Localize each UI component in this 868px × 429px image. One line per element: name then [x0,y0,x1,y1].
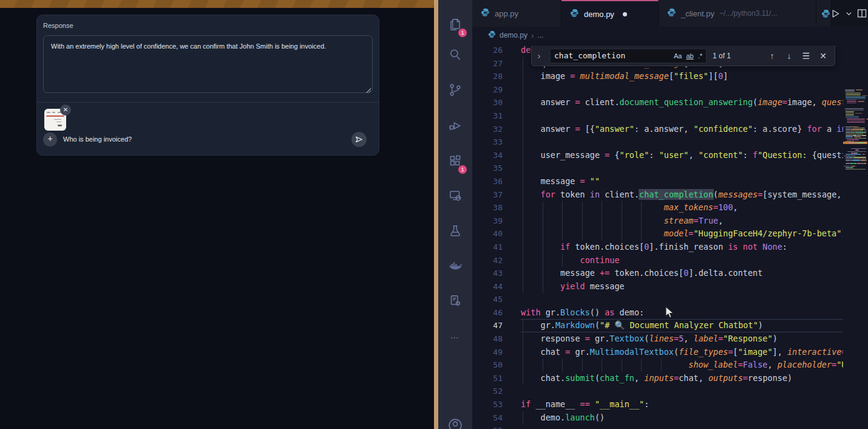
account-icon[interactable] [438,413,472,429]
vscode-window: 1 1 [438,0,868,429]
breadcrumb-separator: › [531,31,534,40]
python-file-icon [481,8,490,19]
find-in-selection-button[interactable]: ☰ [801,51,812,61]
regex-button[interactable]: .* [698,52,702,60]
search-icon[interactable] [438,43,472,67]
find-input[interactable]: chat_completion Aa ab .* [550,49,707,63]
editor-group: app.py demo.py _client.py ~/.../python3.… [472,0,868,429]
card-divider [37,102,379,103]
breadcrumb: demo.py › ... [472,27,868,44]
split-editor-icon[interactable] [857,9,867,18]
code-line[interactable]: 42 continue [472,254,843,267]
pane-divider-handle[interactable] [434,0,438,429]
modified-dot-icon[interactable] [623,12,627,16]
code-line[interactable]: 46with gr.Blocks() as demo: [472,306,843,320]
send-button[interactable] [351,132,367,147]
code-line[interactable]: 31 [472,109,843,123]
breadcrumb-symbol[interactable]: ... [537,31,543,39]
response-label: Response [43,22,73,29]
code-line[interactable]: 28 image = multimodal_message["files"][0… [472,70,843,83]
python-file-icon [667,8,676,19]
extensions-badge: 1 [458,165,467,174]
code-line[interactable]: 49 chat = gr.MultimodalTextbox(file_type… [472,346,843,359]
chat-message-text[interactable]: Who is being invoiced? [63,136,132,143]
minimap[interactable] [843,88,867,429]
testing-flask-icon[interactable] [438,219,472,243]
code-line[interactable]: 29 [472,83,843,97]
code-line[interactable]: 39 stream=True, [472,214,843,228]
code-line[interactable]: 54 demo.launch() [472,411,843,425]
run-python-file-button[interactable] [830,9,841,19]
breadcrumb-file[interactable]: demo.py [500,31,527,39]
close-find-button[interactable]: ✕ [818,51,829,61]
find-query-text[interactable]: chat_completion [554,51,670,60]
source-control-icon[interactable] [438,78,472,102]
code-editor[interactable]: 26def chat_fn(multimodal_message):27 que… [472,44,868,429]
code-line[interactable]: 40 model="HuggingFaceH4/zephyr-7b-beta")… [472,227,843,241]
code-line[interactable]: 53if __name__ == "__main__": [472,398,843,411]
code-line[interactable]: 34 user_message = {"role": "user", "cont… [472,149,843,162]
more-actions-icon[interactable]: ⋯ [438,325,472,349]
dev-tools-icon[interactable] [438,289,472,313]
run-debug-icon[interactable] [438,114,472,138]
remove-attachment-button[interactable]: ✕ [60,105,71,115]
code-line[interactable]: 37 for token in client.chat_completion(m… [472,188,843,202]
code-line[interactable]: 44 yield message [472,280,843,293]
tab-demo-py[interactable]: demo.py [561,0,659,27]
python-file-icon [570,9,579,20]
window-titlebar-stripe [0,0,434,8]
code-line[interactable]: 33 [472,136,843,149]
code-line[interactable]: 55 [472,424,843,429]
tab-label: _client.py [681,9,714,18]
code-line[interactable]: 52 [472,385,843,398]
find-toggle-chevron-icon[interactable]: › [534,50,544,61]
tab-description: ~/.../python3.11/... [719,9,778,18]
next-match-button[interactable]: ↓ [784,51,795,61]
code-line[interactable]: 48 response = gr.Textbox(lines=5, label=… [472,332,843,346]
code-line[interactable]: 38 max_tokens=100, [472,201,843,214]
gradio-app-pane: Response ✕ + Who is being invoiced? [0,0,434,429]
extensions-icon[interactable]: 1 [438,149,472,173]
code-line[interactable]: 51 chat.submit(chat_fn, inputs=chat, out… [472,372,843,385]
whole-word-button[interactable]: ab [686,52,693,60]
previous-match-button[interactable]: ↑ [767,51,778,61]
tab-bar: app.py demo.py _client.py ~/.../python3.… [472,0,868,27]
chat-input-row: + Who is being invoiced? [43,132,373,148]
gradio-card: Response ✕ + Who is being invoiced? [36,15,379,156]
find-results-count: 1 of 1 [713,52,731,60]
tab-label: demo.py [584,10,614,19]
tab-label: app.py [495,9,518,18]
code-line[interactable]: 36 message = "" [472,175,843,188]
add-file-button[interactable]: + [43,132,57,146]
python-file-icon [488,30,496,40]
code-line[interactable]: 41 if token.choices[0].finish_reason is … [472,241,843,254]
code-line[interactable]: 32 answer = [{"answer": a.answer, "confi… [472,123,843,136]
response-textarea[interactable] [43,35,373,93]
docker-icon[interactable] [438,253,472,278]
code-line[interactable]: 30 answer = client.document_question_ans… [472,96,843,109]
tab-client-py[interactable]: _client.py ~/.../python3.11/... [659,0,816,27]
tab-app-py[interactable]: app.py [472,0,561,27]
explorer-badge: 1 [458,29,467,37]
code-line[interactable]: 47 gr.Markdown("# 🔍 Document Analyzer Ch… [472,319,843,332]
code-line[interactable]: 43 message += token.choices[0].delta.con… [472,267,843,280]
activity-bar: 1 1 [438,0,472,429]
explorer-icon[interactable]: 1 [438,12,472,36]
code-line[interactable]: 50 show_label=False, placeholder="Upload… [472,359,843,372]
remote-explorer-icon[interactable] [438,184,472,208]
code-line[interactable]: 35 [472,162,843,175]
run-dropdown-chevron-icon[interactable] [846,10,852,17]
code-line[interactable]: 45 [472,293,843,306]
editor-actions [830,0,868,27]
match-case-button[interactable]: Aa [674,52,682,60]
screenshot-root: Response ✕ + Who is being invoiced? [0,0,868,429]
find-widget: › chat_completion Aa ab .* 1 of 1 ↑ ↓ ☰ … [531,46,835,66]
tab-partial[interactable] [816,0,830,27]
code-lines: 26def chat_fn(multimodal_message):27 que… [472,44,868,429]
